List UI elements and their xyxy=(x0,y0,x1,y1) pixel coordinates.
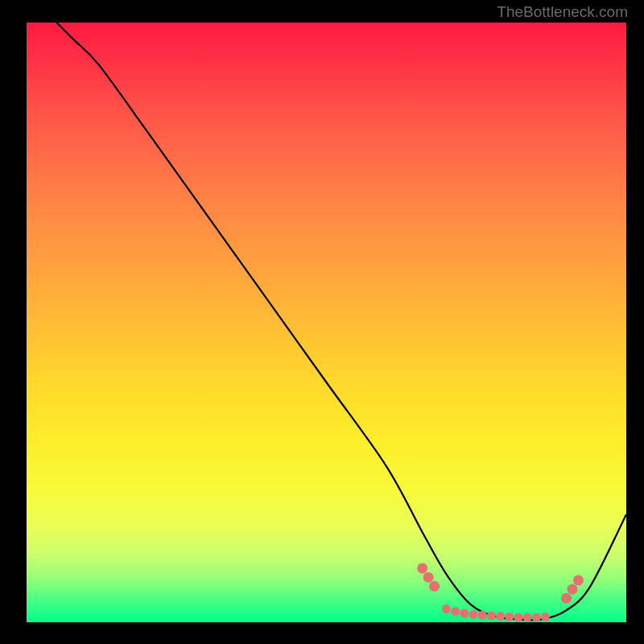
bottleneck-curve xyxy=(56,23,626,620)
marker-dot xyxy=(429,581,440,592)
marker-dot xyxy=(561,593,572,604)
marker-dot xyxy=(567,584,577,595)
marker-dot xyxy=(514,613,522,622)
attribution-label: TheBottleneck.com xyxy=(497,3,628,21)
chart-svg xyxy=(27,23,626,622)
marker-dot xyxy=(541,613,550,621)
chart-plot-area xyxy=(27,23,626,622)
marker-dot xyxy=(496,612,505,621)
marker-dot xyxy=(505,613,514,621)
marker-dot xyxy=(442,605,451,613)
marker-dot xyxy=(523,613,532,622)
marker-dot xyxy=(417,563,427,573)
highlighted-markers xyxy=(417,563,584,621)
marker-dot xyxy=(573,575,584,585)
marker-dot xyxy=(532,613,541,622)
marker-dot xyxy=(478,611,487,620)
marker-dot xyxy=(460,609,469,617)
marker-dot xyxy=(469,610,478,619)
marker-dot xyxy=(487,611,496,620)
marker-dot xyxy=(423,572,434,583)
marker-dot xyxy=(451,607,460,616)
